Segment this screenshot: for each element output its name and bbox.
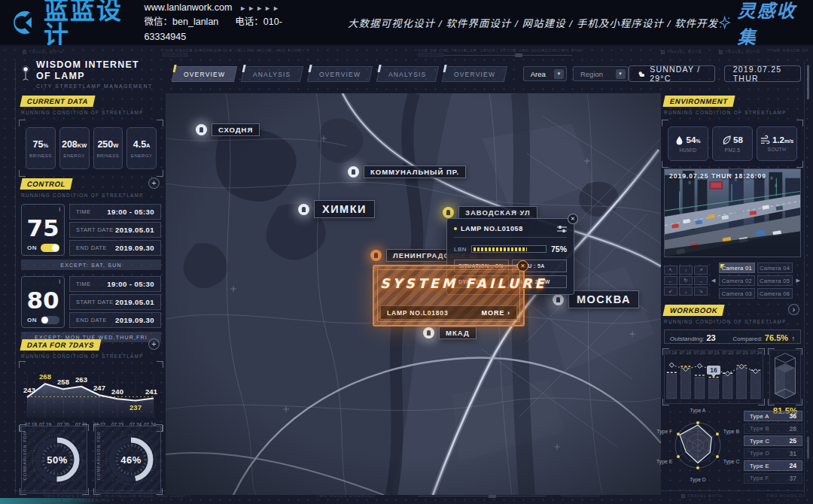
reset-view-button[interactable]: ↻: [679, 276, 693, 285]
status-dot: [454, 227, 457, 230]
control-group-1: ⌇ 75 ON TIME19:00 - 05:30 START DATE2019…: [21, 204, 161, 256]
pan-right-button[interactable]: →: [694, 276, 708, 285]
brand-banner: 蓝蓝设计 www.lanlanwork.com►►►►► 微信：ben_lanl…: [0, 0, 813, 45]
close-icon[interactable]: ✕: [517, 260, 528, 272]
current-data-tag: CURRENT DATA: [20, 96, 95, 107]
region-select[interactable]: Region▼: [573, 66, 629, 81]
camera-feed[interactable]: 2019.07.25 THUR 18:26:09: [664, 169, 801, 257]
pan-up-right-button[interactable]: ↗: [694, 266, 708, 275]
collect-label: 灵感收集: [737, 0, 799, 49]
pan-up-button[interactable]: ↑: [679, 266, 693, 275]
tab-overview-3[interactable]: OVERVIEW: [442, 66, 508, 82]
svg-text:268: 268: [39, 372, 51, 381]
svg-text:237: 237: [129, 403, 142, 411]
lanlan-logo[interactable]: 蓝蓝设计: [14, 0, 128, 47]
current-data-subtitle: RUNNING CONDITION OF STREETLAMP: [21, 110, 161, 115]
services-label: 大数据可视化设计 / 软件界面设计 / 网站建设 / 手机及小程序设计 / 软件…: [348, 15, 718, 30]
svg-text:240: 240: [111, 387, 123, 396]
lbn-progress-bar: [471, 245, 547, 253]
pan-down-button[interactable]: ↓: [679, 287, 693, 296]
gauge-value: 46%: [103, 432, 159, 487]
svg-text:Type A: Type A: [690, 408, 706, 414]
sparkle-star-icon: [718, 14, 731, 31]
lamp-pin[interactable]: [553, 294, 564, 305]
lamp-pin-failure[interactable]: [370, 250, 382, 261]
control-add-button[interactable]: +: [148, 178, 160, 189]
lamp-pin-warning[interactable]: [443, 207, 454, 218]
pm25-card: 58 PM2.5: [712, 126, 753, 161]
map-label-mkad: МКАД: [423, 326, 477, 339]
wind-card: 1.2m/s SOUTH: [757, 126, 797, 161]
control-panel: CONTROL + RUNNING CONDITION OF STREETLAM…: [21, 176, 161, 342]
mini-lamp-icon: ⌇: [59, 279, 61, 285]
lamp-pin[interactable]: [196, 124, 207, 135]
svg-text:263: 263: [75, 375, 87, 384]
type-row-d[interactable]: Type D31: [744, 448, 802, 459]
camera-prev-button[interactable]: ◀: [711, 278, 716, 284]
area-select[interactable]: Area▼: [523, 66, 567, 81]
camera-next-button[interactable]: ▶: [796, 278, 801, 284]
type-row-b[interactable]: Type B28: [744, 424, 802, 434]
svg-text:Type C: Type C: [723, 459, 740, 465]
workbook-panel: WORKBOOK › RUNNING CONDITION OF STREETLA…: [664, 302, 801, 404]
logo-text: 蓝蓝设计: [44, 0, 128, 47]
type-row-a[interactable]: Type A36: [744, 411, 802, 421]
camera-list: Camera 01 Camera 04 Camera 02 Camera 05 …: [719, 263, 792, 299]
tab-overview-1[interactable]: OVERVIEW: [172, 66, 238, 82]
camera-03-button[interactable]: Camera 03: [719, 288, 754, 299]
type-row-e[interactable]: Type E24: [744, 460, 802, 471]
more-button[interactable]: MORE ›: [482, 309, 511, 317]
svg-text:247: 247: [93, 384, 105, 392]
current-data-cards: 75% BRINESS 208KW ENERGY 250W BRINESS 4.…: [21, 122, 161, 175]
close-icon[interactable]: ✕: [568, 214, 578, 224]
seven-day-line-chart: 24326825826324724023724107.1807.1907.200…: [21, 363, 161, 430]
website-link[interactable]: www.lanlanwork.com: [145, 2, 233, 13]
arrows-decoration: ►►►►►: [239, 5, 281, 12]
comparison-gauge-1: COMPARISON FOR 50%: [21, 426, 87, 493]
camera-05-button[interactable]: Camera 05: [757, 275, 793, 286]
svg-text:Type D: Type D: [690, 477, 706, 483]
right-frame-line: [804, 62, 805, 493]
seven-day-add-button[interactable]: +: [148, 339, 160, 350]
camera-02-button[interactable]: Camera 02: [719, 275, 754, 286]
map-label-kommunalny: КОММУНАЛЬНЫЙ ПР.: [348, 165, 466, 178]
system-failure-popup: ✕ SYSTEM FAILURE LAMP NO.L01803 MORE ›: [373, 265, 525, 326]
schedule-toggle-2[interactable]: [41, 316, 59, 324]
inspiration-collect[interactable]: 灵感收集: [718, 0, 799, 49]
schedule-toggle-1[interactable]: [41, 244, 59, 252]
camera-04-button[interactable]: Camera 04: [757, 263, 793, 273]
map-label-khimki: ХИМКИ: [298, 200, 375, 218]
camera-06-button[interactable]: Camera 06: [757, 288, 793, 299]
workbook-bar-chart: 16: [664, 350, 763, 404]
lamp-id: LAMP NO.L01058: [461, 225, 523, 232]
except-bar-1: EXCEPT: SAT, SUN: [21, 260, 161, 270]
stat-card-energy-a: 4.5A ENERGY: [126, 127, 157, 169]
svg-text:Type B: Type B: [723, 429, 740, 435]
type-row-f[interactable]: Type F37: [744, 473, 802, 484]
stat-card-briness: 75% BRINESS: [26, 127, 56, 169]
comparison-gauges: COMPARISON FOR 50% COMPARISON FOR 46%: [21, 426, 161, 493]
workbook-next-button[interactable]: ›: [788, 304, 799, 315]
pan-up-left-button[interactable]: ↖: [664, 266, 678, 275]
right-scrollbar-lower[interactable]: [807, 436, 809, 459]
lanlan-logo-icon: [14, 8, 38, 38]
dashboard: TRAVEL BOTH TWO ROADS DIVERGED IN A YELL…: [0, 45, 813, 504]
tab-analysis-2[interactable]: ANALYSIS: [376, 66, 439, 82]
lamp-pin[interactable]: [348, 166, 359, 178]
sun-cloud-icon: [638, 70, 645, 78]
city-map[interactable]: СХОДНЯ КОММУНАЛЬНЫЙ ПР. ХИМКИ ЗАВОДСКАЯ …: [166, 93, 661, 495]
leaf-icon: [722, 135, 731, 145]
right-column: ENVIRONMENT RUNNING CONDITION OF STREETL…: [664, 45, 801, 504]
right-scrollbar[interactable]: [807, 65, 809, 99]
tab-overview-2[interactable]: OVERVIEW: [306, 66, 373, 82]
type-radar-chart: Type AType BType CType DType EType F: [652, 408, 744, 487]
pan-left-button[interactable]: ←: [664, 276, 678, 285]
lamp-pin[interactable]: [298, 204, 309, 215]
lamp-pin[interactable]: [423, 327, 434, 339]
tab-analysis-1[interactable]: ANALYSIS: [241, 66, 303, 82]
camera-01-button[interactable]: Camera 01: [719, 263, 754, 273]
sliders-icon[interactable]: [557, 225, 567, 232]
pan-down-left-button[interactable]: ↙: [664, 287, 678, 296]
pan-down-right-button[interactable]: ↘: [694, 287, 708, 296]
type-row-c[interactable]: Type C25: [744, 436, 802, 446]
